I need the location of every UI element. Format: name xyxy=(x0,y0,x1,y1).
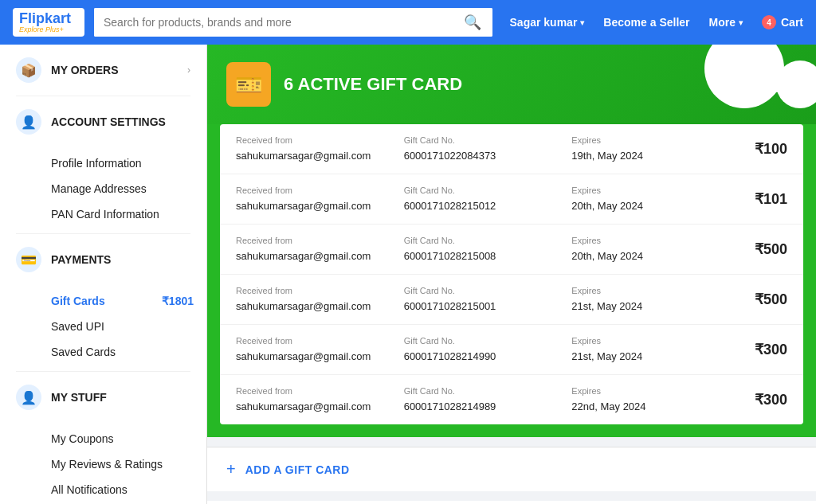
sidebar-item-account-settings[interactable]: 👤 ACCOUNT SETTINGS xyxy=(0,96,206,147)
gift-card-row: Received from sahukumarsagar@gmail.com G… xyxy=(220,275,803,325)
sidebar-item-my-stuff[interactable]: 👤 MY STUFF xyxy=(0,372,206,423)
received-from-field: Received from sahukumarsagar@gmail.com xyxy=(236,286,398,313)
more-menu-caret: ▾ xyxy=(739,18,743,27)
main-layout: 📦 MY ORDERS › 👤 ACCOUNT SETTINGS Profile… xyxy=(0,45,816,504)
gift-card-row: Received from sahukumarsagar@gmail.com G… xyxy=(220,174,803,225)
received-from-field: Received from sahukumarsagar@gmail.com xyxy=(236,236,398,263)
header: Flipkart Explore Plus+ 🔍 Sagar kumar ▾ B… xyxy=(0,0,816,45)
sidebar-item-reviews[interactable]: My Reviews & Ratings xyxy=(51,451,206,477)
add-gift-card-section[interactable]: + ADD A GIFT CARD xyxy=(207,447,816,491)
main-content: 🎫 6 ACTIVE GIFT CARD ₹1801 Received from… xyxy=(207,45,816,504)
user-menu[interactable]: Sagar kumar ▾ xyxy=(510,16,585,29)
more-menu[interactable]: More ▾ xyxy=(709,16,743,29)
card-amount: ₹101 xyxy=(740,190,787,208)
gift-card-icon: 🎫 xyxy=(226,62,271,107)
cart-badge: 4 xyxy=(762,15,776,29)
received-from-label: Received from xyxy=(236,236,398,245)
received-from-label: Received from xyxy=(236,336,398,346)
sidebar-item-profile[interactable]: Profile Information xyxy=(51,150,206,176)
expires-value: 20th, May 2024 xyxy=(571,250,643,262)
active-gift-card-label: 6 ACTIVE GIFT CARD xyxy=(284,74,462,95)
expires-value: 21st, May 2024 xyxy=(571,300,642,312)
expires-value: 20th, May 2024 xyxy=(571,200,643,212)
sidebar-item-notifications[interactable]: All Notifications xyxy=(51,477,206,502)
received-from-label: Received from xyxy=(236,386,398,396)
payments-sub-items: Gift Cards ₹1801 Saved UPI Saved Cards xyxy=(0,285,206,371)
expires-label: Expires xyxy=(571,186,733,195)
orders-label: MY ORDERS xyxy=(51,64,178,76)
logo-title: Flipkart xyxy=(19,11,78,25)
search-button[interactable]: 🔍 xyxy=(453,8,492,37)
card-amount: ₹500 xyxy=(740,240,787,258)
card-no-value: 6000171022084373 xyxy=(404,150,496,162)
card-no-field: Gift Card No. 6000171028215001 xyxy=(404,286,566,313)
card-no-field: Gift Card No. 6000171022084373 xyxy=(404,135,566,162)
search-bar: 🔍 xyxy=(94,8,492,37)
gift-cards-header-left: 🎫 6 ACTIVE GIFT CARD xyxy=(226,62,462,107)
payments-icon: 💳 xyxy=(16,247,41,272)
sidebar-item-gift-cards[interactable]: Gift Cards ₹1801 xyxy=(51,288,206,314)
sidebar-item-coupons[interactable]: My Coupons xyxy=(51,426,206,451)
account-settings-label: ACCOUNT SETTINGS xyxy=(51,115,190,128)
received-from-label: Received from xyxy=(236,186,398,195)
received-from-field: Received from sahukumarsagar@gmail.com xyxy=(236,186,398,213)
account-icon: 👤 xyxy=(16,109,41,135)
expires-field: Expires 22nd, May 2024 xyxy=(571,386,733,413)
received-from-field: Received from sahukumarsagar@gmail.com xyxy=(236,386,398,413)
expires-field: Expires 20th, May 2024 xyxy=(571,186,733,213)
card-no-value: 6000171028214990 xyxy=(404,350,496,362)
expires-label: Expires xyxy=(571,236,733,245)
my-stuff-sub-items: My Coupons My Reviews & Ratings All Noti… xyxy=(0,423,206,504)
card-amount: ₹100 xyxy=(740,140,787,158)
card-no-label: Gift Card No. xyxy=(404,286,566,295)
sidebar-section-payments: 💳 PAYMENTS Gift Cards ₹1801 Saved UPI Sa… xyxy=(0,234,206,371)
card-no-value: 6000171028215008 xyxy=(404,250,496,262)
card-no-field: Gift Card No. 6000171028214989 xyxy=(404,386,566,413)
expires-label: Expires xyxy=(571,286,733,295)
card-no-value: 6000171028214989 xyxy=(404,400,496,412)
gift-card-row: Received from sahukumarsagar@gmail.com G… xyxy=(220,124,803,174)
received-from-label: Received from xyxy=(236,135,398,145)
sidebar-item-saved-cards[interactable]: Saved Cards xyxy=(51,339,206,365)
received-from-value: sahukumarsagar@gmail.com xyxy=(236,400,371,412)
expires-value: 22nd, May 2024 xyxy=(571,400,645,412)
card-amount: ₹500 xyxy=(740,291,787,308)
card-no-value: 6000171028215012 xyxy=(404,200,496,212)
buy-section: Buy a Flipkart Gift Card Issued by Qwikc… xyxy=(207,501,816,504)
sidebar-item-pan[interactable]: PAN Card Information xyxy=(51,201,206,227)
user-menu-caret: ▾ xyxy=(580,18,584,27)
gift-card-row: Received from sahukumarsagar@gmail.com G… xyxy=(220,375,803,424)
cart-label: Cart xyxy=(781,16,803,29)
search-input[interactable] xyxy=(94,8,453,37)
expires-field: Expires 19th, May 2024 xyxy=(571,135,733,162)
gift-card-row: Received from sahukumarsagar@gmail.com G… xyxy=(220,325,803,375)
received-from-value: sahukumarsagar@gmail.com xyxy=(236,350,371,362)
expires-label: Expires xyxy=(571,135,733,145)
expires-value: 19th, May 2024 xyxy=(571,150,643,162)
received-from-label: Received from xyxy=(236,286,398,295)
bg-decoration-1 xyxy=(704,45,784,108)
expires-value: 21st, May 2024 xyxy=(571,350,642,362)
bg-decoration-2 xyxy=(776,61,816,108)
received-from-value: sahukumarsagar@gmail.com xyxy=(236,250,371,262)
card-no-label: Gift Card No. xyxy=(404,386,566,396)
gift-cards-container: Received from sahukumarsagar@gmail.com G… xyxy=(207,124,816,437)
card-amount: ₹300 xyxy=(740,341,787,358)
orders-icon: 📦 xyxy=(16,57,41,83)
sidebar-section-account: 👤 ACCOUNT SETTINGS Profile Information M… xyxy=(0,96,206,233)
card-no-label: Gift Card No. xyxy=(404,135,566,145)
sidebar-item-payments[interactable]: 💳 PAYMENTS xyxy=(0,234,206,285)
become-seller-link[interactable]: Become a Seller xyxy=(603,16,689,29)
sidebar-section-orders: 📦 MY ORDERS › xyxy=(0,45,206,96)
cart-button[interactable]: 4 Cart xyxy=(762,15,803,29)
sidebar-item-my-orders[interactable]: 📦 MY ORDERS › xyxy=(0,45,206,96)
search-icon: 🔍 xyxy=(464,14,481,31)
sidebar-section-my-stuff: 👤 MY STUFF My Coupons My Reviews & Ratin… xyxy=(0,372,206,504)
logo[interactable]: Flipkart Explore Plus+ xyxy=(13,8,84,37)
sidebar-item-saved-upi[interactable]: Saved UPI xyxy=(51,314,206,339)
gift-card-row: Received from sahukumarsagar@gmail.com G… xyxy=(220,225,803,275)
add-icon: + xyxy=(226,460,236,479)
payments-label: PAYMENTS xyxy=(51,253,190,266)
card-no-label: Gift Card No. xyxy=(404,186,566,195)
sidebar-item-addresses[interactable]: Manage Addresses xyxy=(51,176,206,201)
